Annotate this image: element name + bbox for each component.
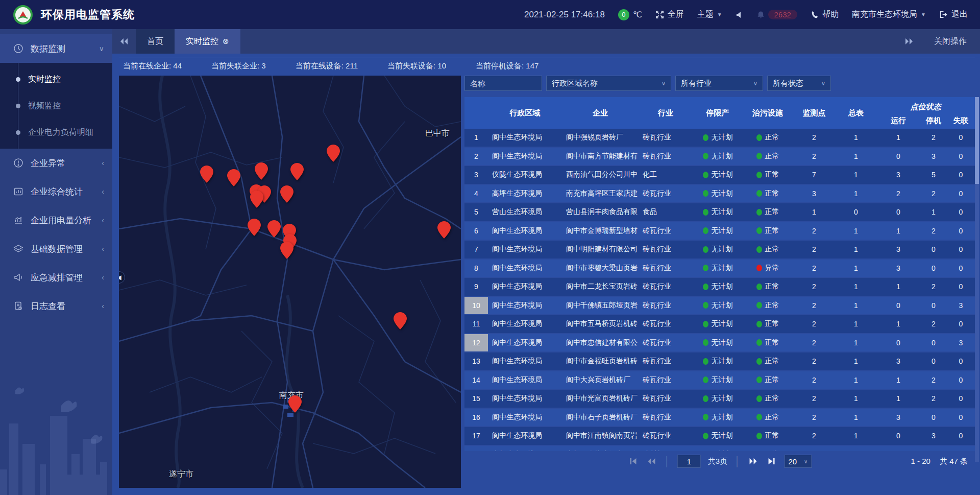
cell-facility-status: 正常 — [743, 315, 793, 333]
tabs-scroll-right-button[interactable] — [897, 38, 921, 45]
cell-index: 9 — [464, 278, 488, 296]
cell-lost-count: 0 — [947, 222, 975, 240]
table-row[interactable]: 17阆中生态环境局阆中市江南镇阆南页岩砖瓦行业无计划正常21030 — [464, 427, 975, 445]
table-row[interactable]: 1阆中生态环境局阆中强锐页岩砖厂砖瓦行业无计划正常21120 — [464, 129, 975, 147]
tab-realtime-monitor[interactable]: 实时监控 ⊗ — [175, 29, 240, 54]
tab-close-icon[interactable]: ⊗ — [223, 37, 229, 46]
page-size-select[interactable]: 20 ∨ — [784, 455, 812, 468]
logout-button[interactable]: 退出 — [939, 9, 968, 20]
table-row[interactable]: 6阆中生态环境局阆中市金博瑞新型墙材砖瓦行业无计划正常21120 — [464, 222, 975, 240]
limit-text: 无计划 — [712, 264, 733, 273]
tabs-scroll-left-button[interactable] — [112, 29, 136, 54]
status-dot-icon — [703, 358, 708, 365]
table-row[interactable]: 14阆中生态环境局阆中大兴页岩机砖厂砖瓦行业无计划正常21120 — [464, 371, 975, 389]
cell-limit-status: 无计划 — [693, 315, 743, 333]
sidebar-item-3[interactable]: 企业用电量分析‹ — [0, 206, 112, 234]
fullscreen-button[interactable]: 全屏 — [655, 9, 684, 20]
sidebar-item-0[interactable]: 数据监测∨ — [0, 34, 112, 63]
table-row[interactable]: 13阆中生态环境局阆中市金福旺页岩机砖砖瓦行业无计划正常21300 — [464, 352, 975, 370]
table-row[interactable]: 11阆中生态环境局阆中市五马桥页岩机砖砖瓦行业无计划正常21120 — [464, 315, 975, 333]
cell-facility-status: 正常 — [743, 185, 793, 203]
table-row[interactable]: 16阆中生态环境局阆中市石子页岩机砖厂砖瓦行业无计划正常21300 — [464, 409, 975, 427]
cell-monitor-count: 2 — [793, 371, 836, 389]
table-row[interactable]: 5营山生态环境局营山县润丰肉食品有限食品无计划正常10010 — [464, 203, 975, 221]
close-operations-button[interactable]: 关闭操作 — [934, 36, 967, 47]
prev-page-button[interactable] — [646, 456, 657, 467]
table-row[interactable]: 3仪陇生态环境局西南油气田分公司川中化工无计划正常71350 — [464, 166, 975, 184]
map-pin[interactable] — [250, 191, 263, 208]
org-dropdown[interactable]: 南充市生态环境局 ▼ — [852, 9, 926, 20]
table-row[interactable]: 9阆中生态环境局阆中市二龙长宝页岩砖砖瓦行业无计划正常21120 — [464, 278, 975, 296]
logout-label: 退出 — [951, 9, 968, 20]
submenu-item-视频监控[interactable]: 视频监控 — [0, 92, 112, 119]
sidebar-item-6[interactable]: 日志查看‹ — [0, 292, 112, 320]
status-dot-icon — [756, 358, 762, 365]
cell-industry: 砖瓦行业 — [639, 148, 693, 166]
cell-stop-count: 0 — [920, 297, 947, 315]
theme-dropdown[interactable]: 主题 ▼ — [697, 9, 722, 20]
cell-industry: 砖瓦行业 — [639, 278, 693, 296]
last-page-button[interactable] — [766, 456, 777, 467]
sidebar: 数据监测∨实时监控视频监控企业电力负荷明细企业异常‹企业综合统计‹企业用电量分析… — [0, 29, 112, 495]
map-pin[interactable] — [227, 169, 240, 186]
sidebar-item-2[interactable]: 企业综合统计‹ — [0, 177, 112, 206]
map-pin[interactable] — [280, 242, 293, 259]
page-number-input[interactable] — [677, 455, 701, 468]
region-select[interactable]: 行政区域名称 ∨ — [546, 76, 671, 91]
cell-run-count: 0 — [876, 427, 920, 445]
sidebar-item-4[interactable]: 基础数据管理‹ — [0, 234, 112, 263]
cell-monitor-count: 2 — [793, 260, 836, 277]
monitor-icon — [13, 43, 23, 54]
scrollbar-thumb[interactable] — [975, 97, 979, 184]
table-row[interactable]: 8阆中生态环境局阆中市枣碧大梁山页岩砖瓦行业无计划异常21300 — [464, 260, 975, 277]
map-pin[interactable] — [437, 221, 451, 239]
submenu: 实时监控视频监控企业电力负荷明细 — [0, 63, 112, 149]
cell-industry: 砖瓦行业 — [639, 185, 693, 203]
help-button[interactable]: 帮助 — [811, 9, 839, 20]
cell-company: 阆中强锐页岩砖厂 — [562, 129, 639, 147]
cell-meter-count: 1 — [836, 371, 876, 389]
sidebar-item-5[interactable]: 应急减排管理‹ — [0, 263, 112, 292]
table-row[interactable]: 15阆中生态环境局阆中市光富页岩机砖厂砖瓦行业无计划正常21120 — [464, 390, 975, 408]
industry-select[interactable]: 所有行业 ∨ — [675, 76, 763, 91]
map-pin[interactable] — [288, 395, 302, 413]
next-page-button[interactable] — [747, 456, 758, 467]
map-pin[interactable] — [267, 220, 281, 238]
status-dot-icon — [703, 153, 708, 159]
notifications[interactable]: 2632 — [757, 10, 797, 19]
sidebar-item-1[interactable]: 企业异常‹ — [0, 149, 112, 177]
status-dot-icon — [756, 209, 762, 216]
map-pin[interactable] — [255, 162, 268, 180]
map-pin[interactable] — [394, 312, 407, 329]
cell-region: 阆中生态环境局 — [488, 278, 562, 296]
limit-text: 无计划 — [712, 133, 733, 142]
mute-button[interactable] — [736, 11, 744, 19]
cell-industry: 砖瓦行业 — [639, 409, 693, 427]
submenu-item-企业电力负荷明细[interactable]: 企业电力负荷明细 — [0, 119, 112, 146]
tab-home[interactable]: 首页 — [136, 29, 175, 54]
limit-text: 无计划 — [712, 375, 733, 385]
cell-region: 仪陇生态环境局 — [488, 166, 562, 184]
status-select[interactable]: 所有状态 ∨ — [767, 76, 831, 91]
submenu-item-实时监控[interactable]: 实时监控 — [0, 66, 112, 92]
table-row[interactable]: 10阆中生态环境局阆中千佛镇五郎垭页岩砖瓦行业无计划正常21003 — [464, 297, 975, 315]
pager-divider: │ — [734, 456, 740, 467]
map-pin[interactable] — [290, 163, 304, 180]
stat-item: 当前在线企业: 44 — [123, 61, 182, 71]
table-row[interactable]: 12阆中生态环境局阆中市忠信建材有限公砖瓦行业无计划正常21003 — [464, 334, 975, 352]
name-search-input[interactable] — [464, 76, 542, 91]
limit-text: 无计划 — [712, 189, 733, 198]
map-panel[interactable]: 巴中市南充市遂宁市 ◀ — [119, 76, 461, 488]
map-pin[interactable] — [327, 145, 340, 162]
table-scrollbar[interactable] — [975, 97, 979, 462]
pagination-bar: │ 共3页 │ 20 ∨ 1 - 20 共 47 条 — [464, 451, 975, 472]
table-row[interactable]: 4高坪生态环境局南充市高坪区王家店建砖瓦行业无计划正常31220 — [464, 185, 975, 203]
map-pin[interactable] — [200, 166, 213, 183]
first-page-button[interactable] — [628, 456, 639, 467]
map-pin[interactable] — [280, 185, 293, 203]
cell-facility-status: 正常 — [743, 129, 793, 147]
table-row[interactable]: 7阆中生态环境局阆中明阳建材有限公司砖瓦行业无计划正常21300 — [464, 241, 975, 258]
table-row[interactable]: 2阆中生态环境局阆中市南方节能建材有砖瓦行业无计划正常21030 — [464, 148, 975, 166]
cell-stop-count: 2 — [920, 185, 947, 203]
map-pin[interactable] — [248, 219, 261, 236]
